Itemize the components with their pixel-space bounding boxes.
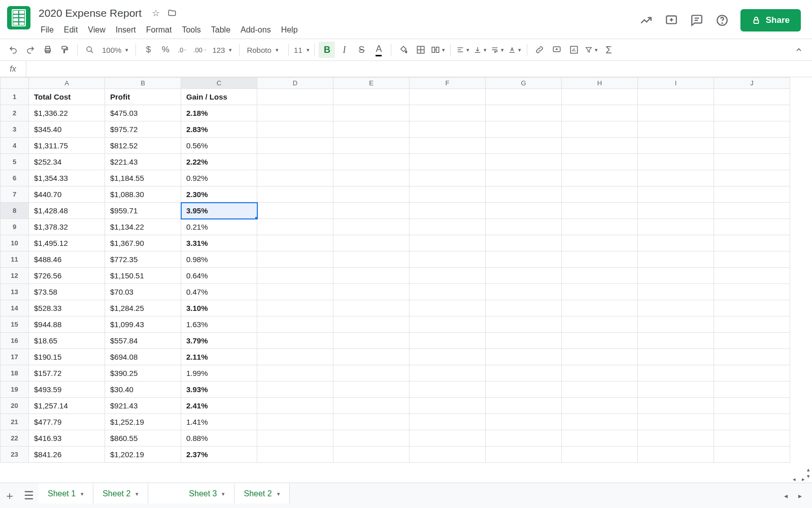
cell-G12[interactable]: [486, 268, 562, 284]
row-header-14[interactable]: 14: [1, 300, 29, 316]
fill-color-button[interactable]: [395, 42, 412, 58]
fx-icon[interactable]: fx: [0, 61, 26, 77]
cell-G10[interactable]: [486, 235, 562, 251]
cell-A7[interactable]: $440.70: [29, 186, 105, 203]
cell-I14[interactable]: [638, 300, 714, 316]
zoom-icon[interactable]: [82, 42, 98, 58]
menu-table[interactable]: Table: [206, 23, 235, 37]
currency-button[interactable]: $: [140, 42, 156, 58]
sheet-tab-4[interactable]: Sheet 2▾: [234, 483, 289, 503]
cell-G19[interactable]: [486, 382, 562, 398]
cell-A5[interactable]: $252.34: [29, 154, 105, 170]
cell-I20[interactable]: [638, 398, 714, 414]
cell-J11[interactable]: [714, 251, 790, 268]
move-folder-icon[interactable]: [167, 9, 177, 18]
cell-C4[interactable]: 0.56%: [181, 138, 257, 154]
cell-G18[interactable]: [486, 365, 562, 382]
document-title[interactable]: 2020 Expense Report: [36, 6, 145, 20]
cell-F18[interactable]: [410, 365, 486, 382]
redo-button[interactable]: [22, 42, 39, 58]
cell-D13[interactable]: [257, 284, 333, 300]
row-header-17[interactable]: 17: [1, 349, 29, 365]
cell-E7[interactable]: [333, 186, 410, 203]
insert-comment-button[interactable]: [549, 42, 565, 58]
cell-B1[interactable]: Profit: [105, 89, 181, 105]
cell-J9[interactable]: [714, 219, 790, 235]
menu-edit[interactable]: Edit: [59, 23, 83, 37]
cell-G16[interactable]: [486, 333, 562, 349]
cell-G11[interactable]: [486, 251, 562, 268]
cell-F3[interactable]: [410, 121, 486, 138]
cell-I6[interactable]: [638, 170, 714, 186]
cell-E1[interactable]: [333, 89, 410, 105]
cell-H22[interactable]: [562, 430, 638, 447]
cell-B3[interactable]: $975.72: [105, 121, 181, 138]
row-header-12[interactable]: 12: [1, 268, 29, 284]
cell-A21[interactable]: $477.79: [29, 414, 105, 430]
tab-scroll-left[interactable]: ◂: [779, 492, 793, 500]
cell-B20[interactable]: $921.43: [105, 398, 181, 414]
cell-C7[interactable]: 2.30%: [181, 186, 257, 203]
row-header-11[interactable]: 11: [1, 251, 29, 268]
cell-E16[interactable]: [333, 333, 410, 349]
cell-B11[interactable]: $772.35: [105, 251, 181, 268]
cell-F8[interactable]: [410, 203, 486, 219]
cell-H13[interactable]: [562, 284, 638, 300]
cell-J3[interactable]: [714, 121, 790, 138]
cell-D5[interactable]: [257, 154, 333, 170]
menu-file[interactable]: File: [36, 23, 59, 37]
cell-H10[interactable]: [562, 235, 638, 251]
cell-D10[interactable]: [257, 235, 333, 251]
cell-G23[interactable]: [486, 447, 562, 463]
star-icon[interactable]: ☆: [152, 8, 160, 19]
cell-A12[interactable]: $726.56: [29, 268, 105, 284]
cell-G4[interactable]: [486, 138, 562, 154]
cell-I4[interactable]: [638, 138, 714, 154]
cell-F12[interactable]: [410, 268, 486, 284]
cell-H2[interactable]: [562, 105, 638, 121]
cell-E22[interactable]: [333, 430, 410, 447]
cell-A15[interactable]: $944.88: [29, 316, 105, 333]
menu-insert[interactable]: Insert: [111, 23, 141, 37]
sheet-tab-menu-icon[interactable]: ▾: [277, 491, 280, 497]
menu-tools[interactable]: Tools: [177, 23, 206, 37]
cell-I12[interactable]: [638, 268, 714, 284]
text-rotation-button[interactable]: [506, 42, 523, 58]
cell-I8[interactable]: [638, 203, 714, 219]
cell-B17[interactable]: $694.08: [105, 349, 181, 365]
cell-G9[interactable]: [486, 219, 562, 235]
cell-B10[interactable]: $1,367.90: [105, 235, 181, 251]
cell-J2[interactable]: [714, 105, 790, 121]
cell-C15[interactable]: 1.63%: [181, 316, 257, 333]
sheet-tab-menu-icon[interactable]: ▾: [222, 491, 225, 497]
cell-A19[interactable]: $493.59: [29, 382, 105, 398]
cell-F23[interactable]: [410, 447, 486, 463]
select-all-corner[interactable]: [1, 78, 29, 89]
row-header-18[interactable]: 18: [1, 365, 29, 382]
cell-C23[interactable]: 2.37%: [181, 447, 257, 463]
formula-input[interactable]: [26, 61, 812, 77]
cell-G13[interactable]: [486, 284, 562, 300]
cell-H17[interactable]: [562, 349, 638, 365]
cell-H9[interactable]: [562, 219, 638, 235]
column-header-J[interactable]: J: [714, 78, 790, 89]
menu-add-ons[interactable]: Add-ons: [235, 23, 276, 37]
cell-I7[interactable]: [638, 186, 714, 203]
horizontal-align-button[interactable]: [455, 42, 471, 58]
cell-A6[interactable]: $1,354.33: [29, 170, 105, 186]
sheet-tab-menu-icon[interactable]: ▾: [81, 491, 84, 497]
sheet-tab-3[interactable]: Sheet 3▾: [148, 483, 234, 503]
cell-F20[interactable]: [410, 398, 486, 414]
row-header-16[interactable]: 16: [1, 333, 29, 349]
cell-D19[interactable]: [257, 382, 333, 398]
cell-C6[interactable]: 0.92%: [181, 170, 257, 186]
cell-D17[interactable]: [257, 349, 333, 365]
cell-J13[interactable]: [714, 284, 790, 300]
cell-E3[interactable]: [333, 121, 410, 138]
row-header-2[interactable]: 2: [1, 105, 29, 121]
cell-H4[interactable]: [562, 138, 638, 154]
cell-F1[interactable]: [410, 89, 486, 105]
cell-G2[interactable]: [486, 105, 562, 121]
cell-E18[interactable]: [333, 365, 410, 382]
cell-I13[interactable]: [638, 284, 714, 300]
